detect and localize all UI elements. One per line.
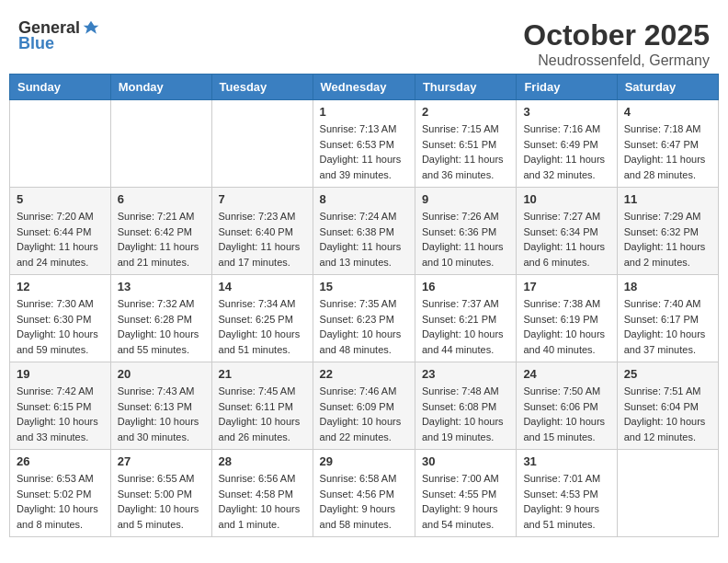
calendar-cell: 15Sunrise: 7:35 AMSunset: 6:23 PMDayligh…	[313, 275, 415, 362]
calendar-cell: 5Sunrise: 7:20 AMSunset: 6:44 PMDaylight…	[10, 188, 111, 275]
calendar-cell: 10Sunrise: 7:27 AMSunset: 6:34 PMDayligh…	[517, 188, 617, 275]
day-info: Sunrise: 7:01 AMSunset: 4:53 PMDaylight:…	[523, 471, 609, 532]
weekday-header: Wednesday	[313, 75, 415, 100]
calendar-cell: 11Sunrise: 7:29 AMSunset: 6:32 PMDayligh…	[617, 188, 718, 275]
logo-icon	[82, 19, 100, 38]
day-number: 28	[219, 454, 306, 468]
calendar-cell: 12Sunrise: 7:30 AMSunset: 6:30 PMDayligh…	[10, 275, 111, 362]
calendar-week-row: 26Sunrise: 6:53 AMSunset: 5:02 PMDayligh…	[10, 450, 719, 537]
day-info: Sunrise: 7:21 AMSunset: 6:42 PMDaylight:…	[118, 209, 205, 270]
day-info: Sunrise: 7:35 AMSunset: 6:23 PMDaylight:…	[320, 296, 408, 357]
calendar-cell: 21Sunrise: 7:45 AMSunset: 6:11 PMDayligh…	[211, 362, 313, 450]
day-info: Sunrise: 7:30 AMSunset: 6:30 PMDaylight:…	[17, 296, 104, 357]
calendar-cell: 13Sunrise: 7:32 AMSunset: 6:28 PMDayligh…	[110, 275, 211, 362]
day-number: 2	[422, 105, 509, 119]
day-number: 4	[624, 105, 711, 119]
day-number: 24	[523, 367, 609, 381]
calendar-cell: 18Sunrise: 7:40 AMSunset: 6:17 PMDayligh…	[617, 275, 718, 362]
day-info: Sunrise: 6:53 AMSunset: 5:02 PMDaylight:…	[17, 471, 104, 532]
day-info: Sunrise: 7:00 AMSunset: 4:55 PMDaylight:…	[422, 471, 509, 532]
weekday-header: Friday	[517, 75, 617, 100]
day-info: Sunrise: 7:40 AMSunset: 6:17 PMDaylight:…	[624, 296, 711, 357]
day-info: Sunrise: 6:56 AMSunset: 4:58 PMDaylight:…	[219, 471, 306, 532]
day-number: 21	[219, 367, 306, 381]
weekday-header: Tuesday	[211, 75, 313, 100]
day-number: 6	[118, 192, 205, 206]
calendar-cell: 14Sunrise: 7:34 AMSunset: 6:25 PMDayligh…	[211, 275, 313, 362]
logo-blue: Blue	[18, 34, 54, 53]
day-info: Sunrise: 6:58 AMSunset: 4:56 PMDaylight:…	[320, 471, 408, 532]
day-number: 1	[320, 105, 408, 119]
day-info: Sunrise: 7:32 AMSunset: 6:28 PMDaylight:…	[118, 296, 205, 357]
calendar-cell: 30Sunrise: 7:00 AMSunset: 4:55 PMDayligh…	[415, 450, 516, 537]
day-info: Sunrise: 7:13 AMSunset: 6:53 PMDaylight:…	[320, 121, 408, 182]
day-number: 11	[624, 192, 711, 206]
day-info: Sunrise: 7:24 AMSunset: 6:38 PMDaylight:…	[320, 209, 408, 270]
calendar-week-row: 19Sunrise: 7:42 AMSunset: 6:15 PMDayligh…	[10, 362, 719, 450]
day-info: Sunrise: 7:46 AMSunset: 6:09 PMDaylight:…	[320, 384, 408, 444]
day-number: 12	[17, 280, 104, 293]
day-number: 7	[219, 192, 306, 206]
month-title: October 2025	[523, 18, 710, 52]
day-info: Sunrise: 7:15 AMSunset: 6:51 PMDaylight:…	[422, 121, 509, 182]
day-number: 3	[523, 105, 609, 119]
weekday-header: Saturday	[617, 75, 718, 100]
day-info: Sunrise: 7:45 AMSunset: 6:11 PMDaylight:…	[219, 384, 306, 444]
calendar-cell: 4Sunrise: 7:18 AMSunset: 6:47 PMDaylight…	[617, 100, 718, 188]
day-number: 10	[523, 192, 609, 206]
calendar-cell: 26Sunrise: 6:53 AMSunset: 5:02 PMDayligh…	[10, 450, 111, 537]
day-number: 13	[118, 280, 205, 293]
day-info: Sunrise: 7:51 AMSunset: 6:04 PMDaylight:…	[624, 384, 711, 444]
calendar-week-row: 5Sunrise: 7:20 AMSunset: 6:44 PMDaylight…	[10, 188, 719, 275]
day-number: 22	[320, 367, 408, 381]
calendar-cell	[10, 100, 111, 188]
weekday-header: Thursday	[415, 75, 516, 100]
calendar-cell: 27Sunrise: 6:55 AMSunset: 5:00 PMDayligh…	[110, 450, 211, 537]
day-number: 23	[422, 367, 509, 381]
day-number: 30	[422, 454, 509, 468]
calendar-cell: 29Sunrise: 6:58 AMSunset: 4:56 PMDayligh…	[313, 450, 415, 537]
calendar-cell: 23Sunrise: 7:48 AMSunset: 6:08 PMDayligh…	[415, 362, 516, 450]
calendar-cell	[617, 450, 718, 537]
weekday-header: Sunday	[10, 75, 111, 100]
calendar-cell: 22Sunrise: 7:46 AMSunset: 6:09 PMDayligh…	[313, 362, 415, 450]
day-info: Sunrise: 7:18 AMSunset: 6:47 PMDaylight:…	[624, 121, 711, 182]
logo: General Blue	[18, 18, 100, 53]
day-number: 20	[118, 367, 205, 381]
day-number: 16	[422, 280, 509, 293]
calendar-cell: 25Sunrise: 7:51 AMSunset: 6:04 PMDayligh…	[617, 362, 718, 450]
day-info: Sunrise: 7:26 AMSunset: 6:36 PMDaylight:…	[422, 209, 509, 270]
weekday-header-row: SundayMondayTuesdayWednesdayThursdayFrid…	[10, 75, 719, 100]
day-number: 14	[219, 280, 306, 293]
calendar-cell: 16Sunrise: 7:37 AMSunset: 6:21 PMDayligh…	[415, 275, 516, 362]
day-info: Sunrise: 7:20 AMSunset: 6:44 PMDaylight:…	[17, 209, 104, 270]
day-number: 26	[17, 454, 104, 468]
calendar-cell: 28Sunrise: 6:56 AMSunset: 4:58 PMDayligh…	[211, 450, 313, 537]
location-title: Neudrossenfeld, Germany	[523, 52, 710, 69]
calendar-cell: 8Sunrise: 7:24 AMSunset: 6:38 PMDaylight…	[313, 188, 415, 275]
day-number: 29	[320, 454, 408, 468]
day-number: 25	[624, 367, 711, 381]
calendar-cell: 24Sunrise: 7:50 AMSunset: 6:06 PMDayligh…	[517, 362, 617, 450]
calendar-week-row: 1Sunrise: 7:13 AMSunset: 6:53 PMDaylight…	[10, 100, 719, 188]
calendar-cell: 31Sunrise: 7:01 AMSunset: 4:53 PMDayligh…	[517, 450, 617, 537]
day-info: Sunrise: 7:37 AMSunset: 6:21 PMDaylight:…	[422, 296, 509, 357]
day-number: 5	[17, 192, 104, 206]
calendar-cell: 2Sunrise: 7:15 AMSunset: 6:51 PMDaylight…	[415, 100, 516, 188]
calendar-cell: 9Sunrise: 7:26 AMSunset: 6:36 PMDaylight…	[415, 188, 516, 275]
day-info: Sunrise: 7:43 AMSunset: 6:13 PMDaylight:…	[118, 384, 205, 444]
calendar-cell: 19Sunrise: 7:42 AMSunset: 6:15 PMDayligh…	[10, 362, 111, 450]
day-number: 19	[17, 367, 104, 381]
day-number: 27	[118, 454, 205, 468]
weekday-header: Monday	[110, 75, 211, 100]
calendar-cell: 3Sunrise: 7:16 AMSunset: 6:49 PMDaylight…	[517, 100, 617, 188]
day-info: Sunrise: 7:50 AMSunset: 6:06 PMDaylight:…	[523, 384, 609, 444]
day-info: Sunrise: 7:34 AMSunset: 6:25 PMDaylight:…	[219, 296, 306, 357]
calendar-cell: 1Sunrise: 7:13 AMSunset: 6:53 PMDaylight…	[313, 100, 415, 188]
calendar-cell: 7Sunrise: 7:23 AMSunset: 6:40 PMDaylight…	[211, 188, 313, 275]
calendar-table: SundayMondayTuesdayWednesdayThursdayFrid…	[9, 74, 719, 537]
day-info: Sunrise: 7:48 AMSunset: 6:08 PMDaylight:…	[422, 384, 509, 444]
calendar-cell: 20Sunrise: 7:43 AMSunset: 6:13 PMDayligh…	[110, 362, 211, 450]
page-header: General Blue October 2025 Neudrossenfeld…	[9, 9, 719, 74]
day-number: 8	[320, 192, 408, 206]
